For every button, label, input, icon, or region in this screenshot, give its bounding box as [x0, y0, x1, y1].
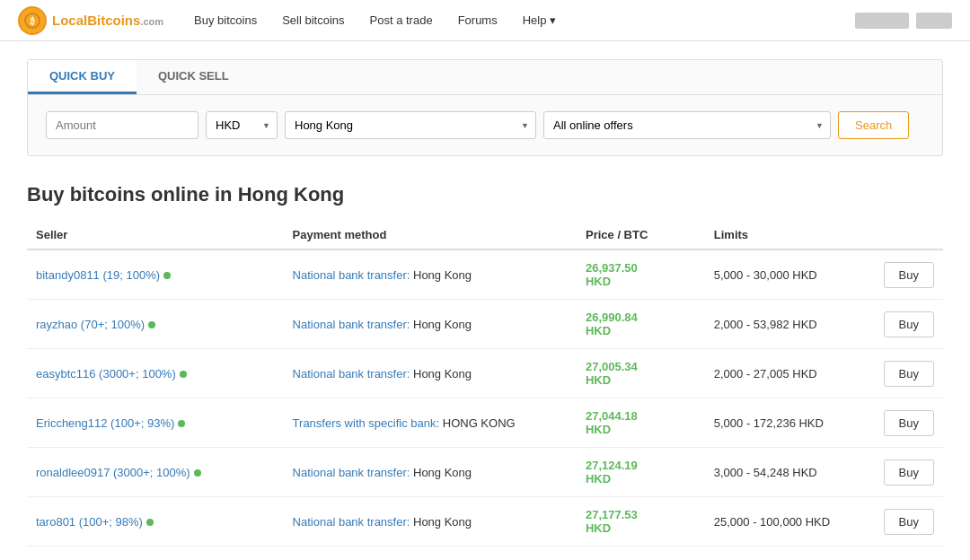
payment-location: Hong Kong: [410, 466, 472, 479]
nav-avatar-bar2: [916, 13, 952, 29]
listings-table: Seller Payment method Price / BTC Limits…: [27, 221, 943, 547]
online-indicator: [148, 321, 155, 328]
online-indicator: [180, 371, 187, 378]
search-button[interactable]: Search: [838, 111, 909, 139]
price-value: 27,177.53HKD: [586, 508, 638, 535]
price-cell: 27,124.19HKD: [577, 448, 705, 497]
price-cell: 27,044.18HKD: [577, 398, 705, 448]
payment-link[interactable]: National bank transfer:: [293, 268, 410, 282]
payment-location: Hong Kong: [410, 318, 472, 331]
limits-cell: 5,000 - 30,000 HKD: [705, 249, 870, 300]
price-cell: 27,005.34HKD: [577, 349, 705, 398]
online-indicator: [178, 420, 185, 427]
price-value: 26,990.84HKD: [586, 311, 638, 337]
online-indicator: [146, 519, 154, 526]
location-select[interactable]: Hong Kong Singapore Tokyo: [285, 111, 536, 139]
payment-location: HONG KONG: [439, 416, 516, 430]
header-seller: Seller: [27, 221, 284, 249]
buy-button[interactable]: Buy: [884, 311, 934, 337]
table-row: rayzhao (70+; 100%)National bank transfe…: [27, 300, 943, 349]
seller-link[interactable]: Ericcheng112 (100+; 93%): [36, 416, 174, 430]
buy-button[interactable]: Buy: [884, 410, 934, 436]
limits-cell: 3,000 - 54,248 HKD: [705, 448, 870, 497]
payment-location: Hong Kong: [410, 367, 472, 381]
offers-select[interactable]: All online offers National bank transfer…: [543, 111, 831, 139]
quick-tabs: QUICK BUY QUICK SELL: [28, 60, 942, 95]
payment-location: Hong Kong: [410, 268, 472, 282]
price-value: 27,124.19HKD: [586, 459, 638, 486]
limits-cell: 25,000 - 100,000 HKD: [705, 497, 870, 547]
payment-link[interactable]: National bank transfer:: [293, 515, 410, 529]
table-header: Seller Payment method Price / BTC Limits: [27, 221, 943, 249]
seller-link[interactable]: bitandy0811 (19; 100%): [36, 268, 160, 282]
buy-button[interactable]: Buy: [884, 459, 934, 486]
payment-location: Hong Kong: [410, 515, 472, 529]
nav-sell-bitcoins[interactable]: Sell bitcoins: [269, 0, 357, 41]
seller-link[interactable]: ronaldlee0917 (3000+; 100%): [36, 466, 190, 479]
price-value: 27,044.18HKD: [586, 409, 638, 436]
logo-text: LocalBitcoins.com: [52, 13, 163, 28]
buy-button[interactable]: Buy: [884, 509, 934, 535]
tab-quick-sell[interactable]: QUICK SELL: [137, 60, 251, 94]
limits-cell: 5,000 - 172,236 HKD: [705, 398, 870, 448]
table-row: bitandy0811 (19; 100%)National bank tran…: [27, 249, 943, 300]
tab-quick-buy[interactable]: QUICK BUY: [28, 60, 137, 94]
main-content: Buy bitcoins online in Hong Kong Seller …: [0, 174, 970, 560]
seller-link[interactable]: easybtc116 (3000+; 100%): [36, 367, 176, 381]
price-value: 26,937.50HKD: [586, 261, 638, 288]
header-limits: Limits: [705, 221, 870, 249]
page-title: Buy bitcoins online in Hong Kong: [27, 183, 943, 206]
navbar: ₿ LocalBitcoins.com Buy bitcoins Sell bi…: [0, 0, 970, 41]
payment-link[interactable]: Transfers with specific bank:: [293, 416, 440, 430]
nav-help[interactable]: Help ▾: [510, 0, 569, 41]
header-price: Price / BTC: [577, 221, 705, 249]
logo-icon: ₿: [18, 6, 47, 35]
currency-select[interactable]: HKD USD EUR: [206, 111, 278, 139]
table-row: Ericcheng112 (100+; 93%)Transfers with s…: [27, 398, 943, 448]
table-row: taro801 (100+; 98%)National bank transfe…: [27, 497, 943, 547]
offers-select-wrap: All online offers National bank transfer…: [543, 111, 831, 139]
amount-input[interactable]: [46, 111, 198, 139]
nav-forums[interactable]: Forums: [445, 0, 510, 41]
quick-form: HKD USD EUR Hong Kong Singapore Tokyo Al…: [28, 95, 942, 155]
nav-right: [855, 13, 952, 29]
buy-button[interactable]: Buy: [884, 361, 934, 387]
nav-avatar-bar: [855, 13, 909, 29]
payment-link[interactable]: National bank transfer:: [293, 466, 410, 479]
location-select-wrap: Hong Kong Singapore Tokyo: [285, 111, 536, 139]
header-action: [869, 221, 943, 249]
price-cell: 27,177.53HKD: [577, 497, 705, 547]
nav-links: Buy bitcoins Sell bitcoins Post a trade …: [181, 0, 855, 41]
currency-select-wrap: HKD USD EUR: [206, 111, 278, 139]
table-body: bitandy0811 (19; 100%)National bank tran…: [27, 249, 943, 547]
logo[interactable]: ₿ LocalBitcoins.com: [18, 6, 163, 35]
online-indicator: [194, 469, 201, 477]
price-cell: 26,990.84HKD: [577, 300, 705, 349]
table-row: easybtc116 (3000+; 100%)National bank tr…: [27, 349, 943, 398]
payment-link[interactable]: National bank transfer:: [293, 318, 410, 331]
price-value: 27,005.34HKD: [586, 360, 638, 387]
quick-section: QUICK BUY QUICK SELL HKD USD EUR Hong Ko…: [27, 59, 943, 156]
price-cell: 26,937.50HKD: [577, 249, 705, 300]
limits-cell: 2,000 - 53,982 HKD: [705, 300, 870, 349]
header-payment: Payment method: [284, 221, 577, 249]
nav-buy-bitcoins[interactable]: Buy bitcoins: [181, 0, 269, 41]
seller-link[interactable]: rayzhao (70+; 100%): [36, 318, 145, 331]
payment-link[interactable]: National bank transfer:: [293, 367, 410, 381]
show-more-row: Show more...▾: [27, 547, 943, 560]
seller-link[interactable]: taro801 (100+; 98%): [36, 515, 143, 529]
table-row: ronaldlee0917 (3000+; 100%)National bank…: [27, 448, 943, 497]
limits-cell: 2,000 - 27,005 HKD: [705, 349, 870, 398]
buy-button[interactable]: Buy: [884, 262, 934, 288]
nav-post-trade[interactable]: Post a trade: [357, 0, 445, 41]
online-indicator: [163, 272, 171, 279]
